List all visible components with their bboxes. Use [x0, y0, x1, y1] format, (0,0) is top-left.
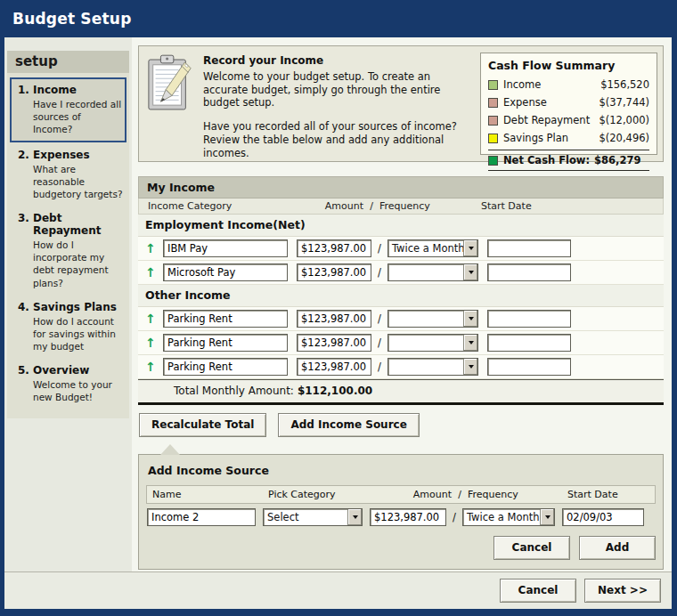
table-row: ↑ / Twice a Month — [138, 237, 664, 261]
net-label: Net Cash Flow: — [503, 154, 590, 166]
dropdown-arrow-icon[interactable] — [540, 509, 554, 525]
total-value: $112,100.00 — [298, 385, 372, 397]
income-color-swatch — [488, 80, 498, 90]
cash-flow-debt-row: Debt Repayment $(12,000) — [488, 114, 649, 126]
start-date-input[interactable] — [487, 334, 571, 352]
add-income-source-panel: Add Income Source Name Pick Category Amo… — [138, 454, 664, 570]
step-number: 4. — [13, 301, 33, 353]
sidebar-item-debt-repayment[interactable]: 3. Debt Repayment How do I incorporate m… — [10, 206, 126, 295]
recalculate-total-button[interactable]: Recalculate Total — [139, 413, 266, 437]
new-income-name-input[interactable] — [147, 508, 256, 526]
frequency-select[interactable] — [387, 334, 478, 352]
start-date-input[interactable] — [487, 263, 571, 281]
cancel-button[interactable]: Cancel — [500, 579, 576, 603]
cash-flow-income-row: Income $156,520 — [488, 78, 649, 91]
step-title: Expenses — [33, 149, 90, 161]
start-date-input[interactable] — [487, 358, 571, 376]
income-name-input[interactable] — [163, 310, 288, 328]
intro-box: Record your Income Welcome to your budge… — [138, 45, 664, 162]
new-frequency-select[interactable]: Twice a Month — [462, 508, 555, 526]
slash-separator: / — [371, 242, 387, 255]
cash-flow-expense-row: Expense $(37,744) — [488, 96, 649, 109]
income-name-input[interactable] — [163, 239, 288, 257]
net-value: $86,279 — [594, 154, 640, 166]
main-panel: Record your Income Welcome to your budge… — [132, 37, 672, 571]
add-income-row: Select / Twice a Month — [146, 508, 656, 526]
move-up-icon[interactable]: ↑ — [145, 265, 156, 280]
debt-color-swatch — [488, 116, 498, 126]
intro-title: Record your Income — [203, 54, 471, 69]
dropdown-arrow-icon[interactable] — [463, 240, 477, 256]
cash-row-label: Savings Plan — [503, 132, 599, 144]
dropdown-arrow-icon[interactable] — [347, 509, 362, 525]
col-slash: / — [363, 200, 379, 212]
income-amount-input[interactable] — [297, 334, 371, 352]
total-label: Total Monthly Amount: — [174, 385, 294, 397]
step-description: How do I incorporate my debt repayment p… — [33, 239, 125, 289]
move-up-icon[interactable]: ↑ — [145, 360, 156, 374]
add-panel-cancel-button[interactable]: Cancel — [493, 536, 570, 560]
move-up-icon[interactable]: ↑ — [145, 312, 156, 326]
start-date-input[interactable] — [487, 310, 571, 328]
slash-separator: / — [371, 336, 387, 349]
dropdown-arrow-icon[interactable] — [463, 359, 477, 375]
col-start-date: Start Date — [479, 200, 563, 212]
step-description: Welcome to your new Budget! — [33, 378, 125, 403]
step-number: 3. — [13, 212, 33, 289]
new-income-amount-input[interactable] — [370, 508, 446, 526]
frequency-select[interactable] — [387, 263, 478, 281]
dropdown-arrow-icon[interactable] — [463, 335, 477, 351]
income-amount-input[interactable] — [297, 310, 371, 328]
income-amount-input[interactable] — [297, 263, 371, 281]
add-panel-title: Add Income Source — [148, 464, 656, 477]
table-title: My Income — [138, 176, 664, 199]
sidebar-item-overview[interactable]: 5. Overview Welcome to your new Budget! — [10, 358, 126, 409]
move-up-icon[interactable]: ↑ — [145, 241, 156, 255]
intro-paragraph-2: Have you recorded all of your sources of… — [203, 120, 471, 160]
income-name-input[interactable] — [163, 263, 288, 281]
sidebar-item-savings-plans[interactable]: 4. Savings Plans How do I account for sa… — [10, 295, 126, 359]
new-start-date-input[interactable] — [562, 508, 644, 526]
sidebar-item-expenses[interactable]: 2. Expenses What are reasonable budgetor… — [10, 142, 126, 207]
step-number: 5. — [13, 364, 33, 403]
next-button[interactable]: Next >> — [584, 579, 661, 603]
cash-row-value: $(20,496) — [599, 132, 649, 144]
step-description: Have I recorded all sources of Income? — [33, 98, 123, 136]
add-panel-column-headers: Name Pick Category Amount / Frequency St… — [146, 485, 656, 504]
app-window: Budget Setup setup 1. Income Have I reco… — [0, 0, 677, 616]
start-date-input[interactable] — [487, 239, 571, 257]
intro-text: Record your Income Welcome to your budge… — [201, 53, 480, 155]
col-pick-category: Pick Category — [268, 489, 368, 500]
income-name-input[interactable] — [163, 334, 288, 352]
pick-category-select[interactable]: Select — [263, 508, 363, 526]
frequency-select[interactable]: Twice a Month — [387, 239, 478, 257]
col-amount: Amount — [375, 489, 452, 500]
slash-separator: / — [446, 511, 462, 523]
col-name: Name — [152, 489, 261, 500]
move-up-icon[interactable]: ↑ — [145, 336, 156, 350]
section-employment-income: Employment Income(Net) — [138, 215, 664, 237]
setup-steps-list: 1. Income Have I recorded all sources of… — [7, 73, 129, 418]
add-panel-add-button[interactable]: Add — [579, 536, 656, 560]
cash-row-label: Expense — [503, 96, 599, 109]
table-row: ↑ / — [138, 331, 664, 355]
add-income-source-button[interactable]: Add Income Source — [278, 413, 419, 437]
section-other-income: Other Income — [138, 285, 664, 307]
cash-row-label: Debt Repayment — [503, 114, 599, 126]
step-description: What are reasonable budgetory targets? — [33, 163, 125, 201]
cash-flow-savings-row: Savings Plan $(20,496) — [488, 132, 649, 144]
table-column-headers: Income Category Amount / Frequency Start… — [138, 199, 664, 215]
col-income-category: Income Category — [144, 200, 289, 212]
col-frequency: Frequency — [468, 489, 560, 500]
income-amount-input[interactable] — [297, 239, 371, 257]
dropdown-arrow-icon[interactable] — [463, 264, 477, 280]
step-title: Debt Repayment — [33, 212, 101, 237]
dropdown-arrow-icon[interactable] — [463, 311, 477, 327]
frequency-select[interactable] — [387, 358, 478, 376]
intro-paragraph-1: Welcome to your budget setup. To create … — [203, 70, 471, 110]
sidebar-item-income[interactable]: 1. Income Have I recorded all sources of… — [10, 77, 126, 142]
frequency-select[interactable] — [387, 310, 478, 328]
income-name-input[interactable] — [163, 358, 288, 376]
income-amount-input[interactable] — [297, 358, 371, 376]
cash-row-value: $(37,744) — [599, 96, 649, 109]
